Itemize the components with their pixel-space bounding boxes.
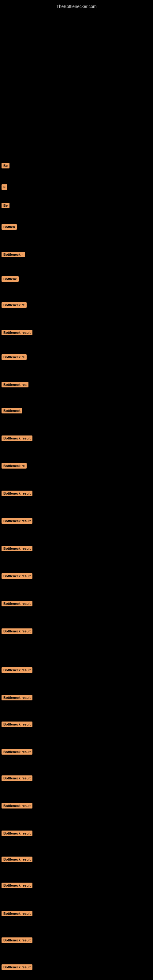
result-item[interactable]: Bottleneck result <box>2 802 32 809</box>
result-item[interactable]: Bе <box>2 202 10 209</box>
result-item[interactable]: Bottleneck result <box>2 490 32 497</box>
bottleneck-label: Bottleneck result <box>2 722 32 727</box>
bottleneck-label: Bottleneck re <box>2 354 27 360</box>
bottleneck-label: Bottleneck result <box>2 775 32 781</box>
result-item[interactable]: Bottleneck result <box>2 830 32 837</box>
bottleneck-label: Bottleneck result <box>2 883 32 888</box>
bottleneck-label: Bottleneck result <box>2 491 32 496</box>
bottleneck-label: Bottleneck result <box>2 330 32 335</box>
result-item[interactable]: Bottleneck result <box>2 721 32 728</box>
result-item[interactable]: Bottleneck result <box>2 910 32 917</box>
bottleneck-label: Bottleneck result <box>2 749 32 755</box>
result-item[interactable]: E <box>2 184 7 191</box>
result-item[interactable]: Bottleneck result <box>2 937 32 943</box>
result-item[interactable]: Bottlene <box>2 275 19 282</box>
result-item[interactable]: Bottleneck result <box>2 329 32 336</box>
bottleneck-label: Bottleneck result <box>2 695 32 700</box>
result-item[interactable]: Bottleneck result <box>2 573 32 579</box>
bottleneck-label: Bottleneck re <box>2 463 27 469</box>
bottleneck-label: Bottleneck result <box>2 601 32 606</box>
bottleneck-label: E <box>2 185 7 190</box>
bottleneck-label: Bottleneck re <box>2 302 27 308</box>
result-item[interactable]: Bottleneck result <box>2 628 32 635</box>
bottleneck-label: Bottleneck res <box>2 382 29 387</box>
bottleneck-label: Bottleneck result <box>2 667 32 673</box>
result-item[interactable]: Bе <box>2 162 10 169</box>
bottleneck-label: Bе <box>2 203 10 208</box>
bottleneck-label: Bottleneck result <box>2 436 32 441</box>
bottleneck-label: Bottlen <box>2 224 17 230</box>
result-item[interactable]: Bottleneck res <box>2 381 29 388</box>
bottleneck-label: Bottleneck result <box>2 803 32 808</box>
result-item[interactable]: Bottleneck result <box>2 600 32 607</box>
result-item[interactable]: Bottleneck re <box>2 354 27 360</box>
bottleneck-label: Bottleneck result <box>2 628 32 634</box>
result-item[interactable]: Bottleneck result <box>2 775 32 781</box>
result-item[interactable]: Bottleneck result <box>2 856 32 863</box>
bottleneck-label: Bottleneck result <box>2 937 32 943</box>
bottleneck-label: Bottleneck result <box>2 518 32 524</box>
bottleneck-label: Bottleneck result <box>2 573 32 579</box>
result-item[interactable]: Bottleneck <box>2 407 22 414</box>
result-item[interactable]: Bottleneck result <box>2 694 32 701</box>
bottleneck-label: Bottleneck <box>2 408 22 414</box>
result-item[interactable]: Bottleneck result <box>2 545 32 552</box>
result-item[interactable]: Bottleneck result <box>2 882 32 889</box>
result-item[interactable]: Bottleneck result <box>2 748 32 755</box>
result-item[interactable]: Bottleneck re <box>2 463 27 469</box>
site-title: TheBottlenecker.com <box>0 2 153 11</box>
result-item[interactable]: Bottleneck result <box>2 667 32 673</box>
bottleneck-label: Bе <box>2 163 10 169</box>
result-item[interactable]: Bottleneck result <box>2 517 32 524</box>
bottleneck-label: Bottleneck result <box>2 546 32 551</box>
bottleneck-label: Bottleneck result <box>2 964 32 970</box>
bottleneck-label: Bottleneck result <box>2 830 32 836</box>
bottleneck-label: Bottleneck result <box>2 857 32 862</box>
result-item[interactable]: Bottleneck result <box>2 964 32 970</box>
result-item[interactable]: Bottleneck r <box>2 251 25 258</box>
result-item[interactable]: Bottleneck result <box>2 435 32 442</box>
result-item[interactable]: Bottlen <box>2 224 17 230</box>
bottleneck-label: Bottleneck r <box>2 252 25 257</box>
result-item[interactable]: Bottleneck re <box>2 302 27 309</box>
bottleneck-label: Bottleneck result <box>2 911 32 916</box>
bottleneck-label: Bottlene <box>2 276 19 282</box>
